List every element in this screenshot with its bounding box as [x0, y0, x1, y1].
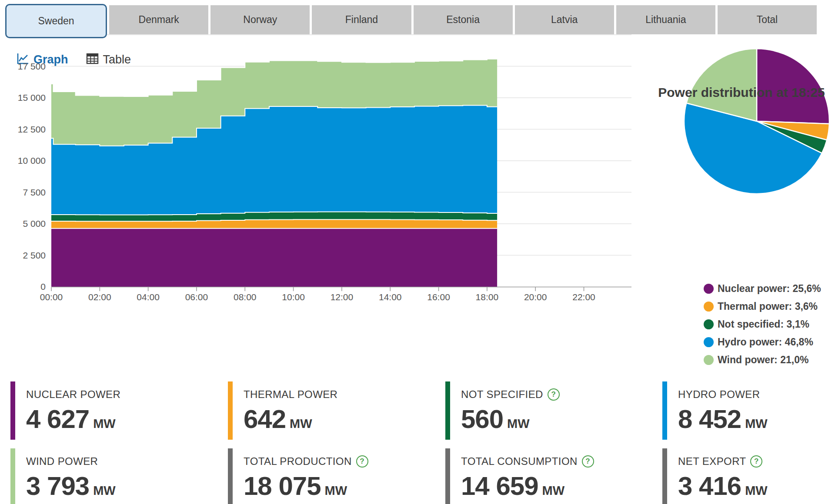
card-value-row: 8 452MW	[678, 404, 768, 434]
card-label: NET EXPORT?	[678, 455, 768, 468]
card-unit: MW	[507, 417, 530, 431]
card-label-text: TOTAL PRODUCTION	[244, 455, 352, 468]
card-label-text: THERMAL POWER	[244, 388, 337, 401]
card-label-text: HYDRO POWER	[678, 388, 760, 401]
legend-color-dot	[704, 337, 714, 347]
x-tick-label: 18:00	[476, 292, 499, 302]
legend-color-dot	[704, 302, 714, 312]
x-tick-label: 00:00	[40, 292, 63, 302]
stat-card-thermal-power: THERMAL POWER642MW	[228, 381, 432, 440]
x-tick-label: 14:00	[379, 292, 402, 302]
card-label: NUCLEAR POWER	[26, 388, 120, 401]
card-body: NUCLEAR POWER4 627MW	[15, 381, 120, 440]
stat-card-total-consumption: TOTAL CONSUMPTION?14 659MW	[445, 448, 650, 504]
legend-item-nuclear: Nuclear power: 25,6%	[704, 283, 821, 295]
x-tick-label: 04:00	[137, 292, 160, 302]
card-body: NET EXPORT?3 416MW	[667, 448, 768, 504]
y-tick-label: 12 500	[18, 124, 46, 134]
card-value: 8 452	[678, 405, 741, 434]
card-body: HYDRO POWER8 452MW	[667, 381, 768, 440]
legend-item-not_specified: Not specified: 3,1%	[704, 318, 821, 330]
help-icon[interactable]: ?	[356, 455, 368, 468]
card-color-bar	[662, 381, 667, 440]
card-label-text: NOT SPECIFIED	[461, 388, 543, 401]
stat-card-nuclear-power: NUCLEAR POWER4 627MW	[10, 381, 215, 440]
help-icon[interactable]: ?	[582, 455, 594, 468]
card-body: TOTAL PRODUCTION?18 075MW	[233, 448, 368, 504]
y-tick-label: 15 000	[18, 93, 46, 103]
card-color-bar	[445, 448, 450, 504]
card-value-row: 4 627MW	[26, 404, 120, 434]
legend-color-dot	[704, 355, 714, 365]
card-color-bar	[662, 448, 667, 504]
card-unit: MW	[542, 484, 565, 497]
card-color-bar	[228, 448, 233, 504]
legend-label: Nuclear power: 25,6%	[718, 283, 821, 295]
card-body: THERMAL POWER642MW	[233, 381, 337, 440]
y-tick-label: 7 500	[23, 187, 46, 197]
card-unit: MW	[745, 484, 768, 497]
x-tick-label: 20:00	[524, 292, 547, 302]
stat-card-wind-power: WIND POWER3 793MW	[10, 448, 215, 504]
card-value: 3 416	[678, 471, 741, 501]
help-icon[interactable]: ?	[750, 455, 762, 468]
y-tick-label: 2 500	[23, 250, 46, 260]
card-unit: MW	[93, 417, 116, 431]
stat-card-total-production: TOTAL PRODUCTION?18 075MW	[228, 448, 432, 504]
card-value: 4 627	[26, 405, 89, 434]
card-label-text: NET EXPORT	[678, 455, 746, 468]
card-unit: MW	[325, 484, 347, 497]
card-label: NOT SPECIFIED?	[461, 388, 560, 401]
legend-item-hydro: Hydro power: 46,8%	[704, 336, 821, 348]
legend-label: Not specified: 3,1%	[718, 318, 809, 330]
legend-label: Wind power: 21,0%	[718, 354, 808, 366]
card-label: TOTAL CONSUMPTION?	[461, 455, 594, 468]
legend-color-dot	[704, 284, 714, 294]
card-label: HYDRO POWER	[678, 388, 768, 401]
card-label-text: NUCLEAR POWER	[26, 388, 120, 401]
card-unit: MW	[290, 417, 312, 431]
card-value: 560	[461, 405, 503, 434]
card-body: WIND POWER3 793MW	[15, 448, 116, 504]
stat-card-net-export: NET EXPORT?3 416MW	[662, 448, 835, 504]
stat-card-hydro-power: HYDRO POWER8 452MW	[662, 381, 835, 440]
x-tick-label: 10:00	[282, 292, 305, 302]
card-value-row: 642MW	[244, 404, 337, 434]
card-label: WIND POWER	[26, 455, 116, 468]
card-value: 14 659	[461, 471, 538, 501]
x-tick-label: 06:00	[185, 292, 208, 302]
card-value-row: 3 793MW	[26, 471, 116, 501]
pie-chart-title: Power distribution at 18:25	[648, 85, 835, 100]
legend-item-thermal: Thermal power: 3,6%	[704, 301, 821, 312]
card-body: TOTAL CONSUMPTION?14 659MW	[450, 448, 594, 504]
x-tick-label: 08:00	[234, 292, 257, 302]
card-value: 3 793	[26, 471, 89, 501]
pie-legend: Nuclear power: 25,6%Thermal power: 3,6%N…	[704, 283, 821, 366]
x-tick-label: 12:00	[331, 292, 354, 302]
card-color-bar	[228, 381, 233, 440]
card-unit: MW	[93, 484, 116, 497]
card-value-row: 18 075MW	[244, 471, 368, 501]
card-label: TOTAL PRODUCTION?	[244, 455, 368, 468]
legend-label: Thermal power: 3,6%	[718, 301, 818, 312]
card-body: NOT SPECIFIED?560MW	[450, 381, 560, 440]
y-tick-label: 10 000	[18, 156, 46, 166]
y-tick-label: 0	[40, 282, 46, 292]
help-icon[interactable]: ?	[548, 388, 560, 401]
card-unit: MW	[745, 417, 768, 431]
x-tick-label: 16:00	[427, 292, 450, 302]
card-value-row: 3 416MW	[678, 471, 768, 501]
card-label-text: WIND POWER	[26, 455, 98, 468]
production-area-chart: 00:0002:0004:0006:0008:0010:0012:0014:00…	[0, 0, 835, 304]
legend-label: Hydro power: 46,8%	[718, 336, 813, 348]
legend-color-dot	[704, 319, 714, 329]
tab-sweden[interactable]: Sweden	[5, 4, 107, 38]
card-color-bar	[10, 448, 15, 504]
legend-item-wind: Wind power: 21,0%	[704, 354, 821, 366]
card-label-text: TOTAL CONSUMPTION	[461, 455, 578, 468]
area-series-nuclear	[51, 229, 497, 287]
stat-card-not-specified: NOT SPECIFIED?560MW	[445, 381, 650, 440]
y-tick-label: 17 500	[18, 61, 46, 71]
card-value-row: 14 659MW	[461, 471, 594, 501]
card-value-row: 560MW	[461, 404, 560, 434]
